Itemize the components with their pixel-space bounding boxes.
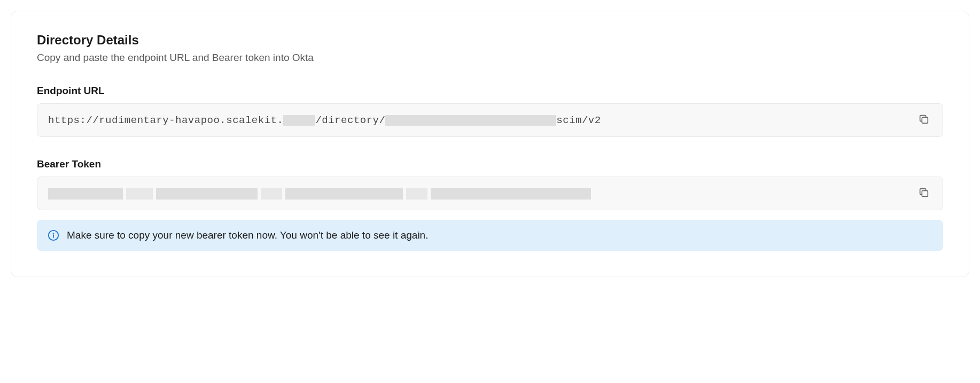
copy-icon bbox=[918, 113, 930, 127]
svg-point-4 bbox=[53, 233, 54, 234]
svg-rect-0 bbox=[922, 117, 928, 123]
bearer-token-field bbox=[37, 177, 943, 210]
bearer-token-label: Bearer Token bbox=[37, 158, 943, 170]
redacted-segment bbox=[283, 115, 315, 126]
endpoint-url-text-3: scim/v2 bbox=[556, 114, 601, 126]
page-subtitle: Copy and paste the endpoint URL and Bear… bbox=[37, 52, 943, 64]
endpoint-url-text-1: https://rudimentary-havapoo.scalekit. bbox=[48, 114, 283, 126]
redacted-token bbox=[48, 188, 591, 200]
info-banner: Make sure to copy your new bearer token … bbox=[37, 220, 943, 251]
copy-endpoint-button[interactable] bbox=[916, 111, 932, 129]
copy-icon bbox=[918, 187, 930, 200]
info-icon bbox=[48, 229, 59, 241]
copy-token-button[interactable] bbox=[916, 185, 932, 202]
redacted-segment bbox=[385, 115, 556, 126]
endpoint-url-value: https://rudimentary-havapoo.scalekit. /d… bbox=[48, 114, 601, 126]
endpoint-url-field: https://rudimentary-havapoo.scalekit. /d… bbox=[37, 103, 943, 137]
directory-details-card: Directory Details Copy and paste the end… bbox=[11, 11, 969, 277]
page-title: Directory Details bbox=[37, 33, 943, 48]
bearer-token-value bbox=[48, 188, 591, 200]
endpoint-url-text-2: /directory/ bbox=[315, 114, 385, 126]
svg-rect-1 bbox=[922, 190, 928, 196]
info-message: Make sure to copy your new bearer token … bbox=[67, 229, 428, 241]
endpoint-url-label: Endpoint URL bbox=[37, 85, 943, 97]
